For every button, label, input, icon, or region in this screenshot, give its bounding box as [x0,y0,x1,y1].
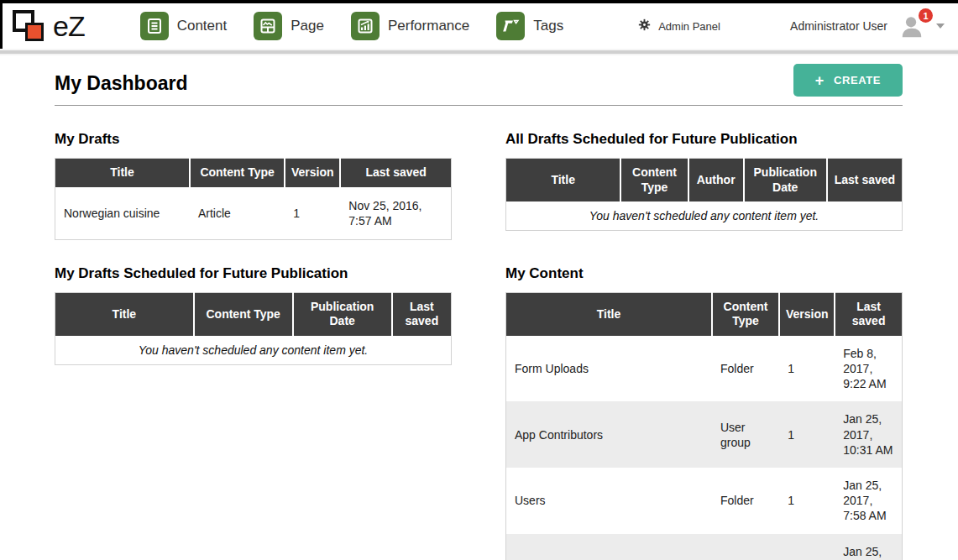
section-all-drafts-scheduled: All Drafts Scheduled for Future Publicat… [505,131,903,231]
all-drafts-scheduled-table: TitleContent TypeAuthorPublication DateL… [505,158,903,231]
table-cell: Form Uploads [506,336,712,402]
user-name: Administrator User [790,19,887,33]
create-button-label: CREATE [834,74,881,86]
page-icon [254,12,282,40]
column-header: Version [779,292,835,336]
chevron-down-icon [936,24,945,29]
table-cell: Folder [712,336,779,402]
table-cell: App Contributors [506,401,712,468]
empty-row: You haven't scheduled any content item y… [506,201,903,231]
nav-label: Page [291,18,324,34]
table-row[interactable]: UsersFolder1Jan 25, 2017, 7:58 AM [506,468,903,534]
column-header: Content Type [190,159,285,187]
nav-label: Content [177,18,228,34]
column-header: Version [285,159,340,187]
table-row[interactable]: App ContributorsUser group1Jan 25, 2017,… [506,401,903,468]
column-header: Last saved [827,159,903,202]
table-cell: Folder [712,534,779,560]
my-drafts-table: TitleContent TypeVersionLast savedNorweg… [55,158,452,240]
column-header: Title [506,292,712,336]
column-header: Publication Date [744,159,827,202]
table-cell: Folder [712,468,779,534]
admin-panel-label: Admin Panel [658,20,720,33]
column-header: Title [55,292,194,336]
empty-row: You haven't scheduled any content item y… [55,336,452,365]
dashboard-sections: My Drafts TitleContent TypeVersionLast s… [55,131,903,560]
create-button[interactable]: + CREATE [793,64,903,97]
nav-item-performance[interactable]: Performance [351,12,469,40]
header-divider [0,49,958,55]
table-row[interactable]: AppFolder1Jan 25, 2017, 7:55 AM [506,534,903,560]
ez-logo-icon [11,8,46,44]
column-header: Author [688,159,744,202]
my-drafts-scheduled-table: TitleContent TypePublication DateLast sa… [55,292,452,365]
table-cell: Jan 25, 2017, 10:31 AM [835,401,902,468]
column-header: Content Type [620,159,688,202]
section-my-drafts-scheduled: My Drafts Scheduled for Future Publicati… [55,265,452,365]
top-bar: eZ Content Page [0,3,958,49]
column-header: Content Type [194,292,293,336]
logo-text: eZ [53,10,85,43]
main-content: My Dashboard + CREATE My Drafts TitleCon… [0,55,958,560]
nav-item-tags[interactable]: Tags [496,12,563,40]
performance-icon [351,12,380,40]
nav-item-page[interactable]: Page [254,12,324,40]
notification-badge: 1 [919,8,933,23]
table-cell: Jan 25, 2017, 7:55 AM [835,534,902,560]
section-my-content: My Content TitleContent TypeVersionLast … [505,265,903,560]
content-icon [140,12,169,40]
table-cell: App [506,534,712,560]
column-header: Content Type [712,292,779,336]
user-menu[interactable]: Administrator User 1 [790,13,945,39]
empty-message: You haven't scheduled any content item y… [506,201,903,231]
section-my-drafts: My Drafts TitleContent TypeVersionLast s… [55,131,452,240]
section-title: My Content [505,265,903,282]
my-content-table: TitleContent TypeVersionLast savedForm U… [505,292,903,560]
column-header: Publication Date [293,292,392,336]
table-cell: 1 [779,401,835,468]
table-cell: 1 [779,534,835,560]
section-title: My Drafts Scheduled for Future Publicati… [55,265,452,282]
column-header: Title [506,159,621,202]
column-header: Last saved [835,292,902,336]
app-logo[interactable]: eZ [11,8,85,44]
table-cell: 1 [779,468,835,534]
table-row[interactable]: Form UploadsFolder1Feb 8, 2017, 9:22 AM [506,336,903,402]
table-cell: Norwegian cuisine [55,187,190,240]
gear-icon [637,18,652,35]
empty-message: You haven't scheduled any content item y… [55,336,452,365]
avatar: 1 [899,13,926,39]
section-title: My Drafts [55,131,452,148]
title-row: My Dashboard + CREATE [55,71,903,106]
table-cell: Nov 25, 2016, 7:57 AM [340,187,451,240]
plus-icon: + [815,76,825,86]
table-cell: Article [190,187,285,240]
column-header: Last saved [392,292,452,336]
table-cell: Jan 25, 2017, 7:58 AM [835,468,902,534]
column-header: Title [55,159,190,187]
table-cell: User group [712,401,779,468]
page-title: My Dashboard [55,72,187,95]
logo-orange-square [25,23,44,41]
table-cell: 1 [285,187,340,240]
table-cell: 1 [779,336,835,402]
column-header: Last saved [340,159,451,187]
table-row[interactable]: Norwegian cuisineArticle1Nov 25, 2016, 7… [55,187,452,240]
admin-panel-link[interactable]: Admin Panel [637,18,720,35]
nav-label: Tags [533,18,563,34]
section-title: All Drafts Scheduled for Future Publicat… [505,131,903,148]
table-cell: Users [506,468,712,534]
nav-item-content[interactable]: Content [140,12,228,40]
table-cell: Feb 8, 2017, 9:22 AM [835,336,902,402]
tags-icon [496,12,525,40]
nav-label: Performance [388,18,469,34]
